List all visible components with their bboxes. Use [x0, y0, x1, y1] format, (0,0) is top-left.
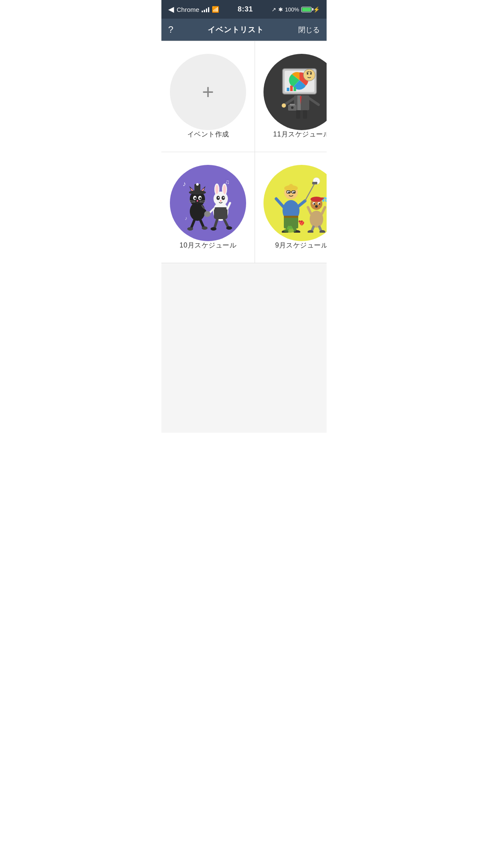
signal-bars	[202, 6, 209, 12]
status-bar: ◀ Chrome 📶 8:31 ↗ ✱ 100% ⚡	[161, 0, 327, 19]
nov-schedule-label: 11月スケジュール	[273, 130, 327, 139]
svg-point-56	[223, 185, 226, 194]
svg-point-102	[315, 205, 318, 208]
svg-point-64	[205, 211, 211, 217]
svg-rect-18	[303, 110, 307, 119]
svg-line-105	[308, 207, 311, 214]
nav-title: イベントリスト	[208, 25, 264, 35]
status-left: ◀ Chrome 📶	[168, 5, 219, 14]
status-time: 8:31	[238, 5, 253, 14]
svg-point-7	[307, 73, 308, 75]
nov-character-svg	[272, 62, 327, 122]
svg-line-14	[285, 98, 294, 105]
help-button[interactable]: ?	[168, 24, 173, 35]
empty-area	[161, 263, 327, 433]
svg-text:♪: ♪	[185, 215, 187, 221]
bluetooth-icon: ✱	[278, 6, 283, 13]
svg-rect-17	[296, 110, 300, 119]
svg-point-43	[196, 183, 199, 186]
close-button[interactable]: 閉じる	[298, 25, 320, 35]
sep-character-svg: 💦 ❤ 💔	[272, 173, 327, 233]
wifi-icon: 📶	[212, 6, 219, 13]
battery-icon: ⚡	[301, 6, 320, 13]
svg-rect-86	[284, 216, 298, 218]
svg-point-68	[211, 227, 216, 231]
nav-bar: ? イベントリスト 閉じる	[161, 19, 327, 41]
svg-point-36	[197, 200, 198, 202]
svg-text:💔: 💔	[299, 221, 305, 226]
create-event-item[interactable]: + イベント作成	[161, 41, 255, 152]
nov-schedule-item[interactable]: 11月スケジュール	[255, 41, 327, 152]
plus-icon: +	[202, 82, 214, 102]
svg-point-16	[282, 103, 286, 108]
svg-point-6	[303, 69, 315, 81]
nov-circle	[263, 54, 327, 130]
svg-rect-90	[312, 182, 317, 184]
svg-point-20	[291, 106, 294, 109]
create-circle: +	[170, 54, 246, 130]
svg-rect-62	[214, 207, 227, 219]
svg-point-34	[194, 198, 197, 200]
sep-schedule-label: 9月スケジュール	[275, 241, 327, 250]
svg-text:♪: ♪	[183, 180, 186, 187]
svg-point-50	[202, 226, 208, 230]
svg-line-88	[298, 201, 305, 206]
svg-line-87	[276, 199, 284, 207]
svg-point-60	[223, 197, 225, 198]
sep-circle: 💦 ❤ 💔	[263, 165, 327, 241]
svg-rect-5	[294, 87, 296, 91]
svg-point-59	[218, 197, 219, 198]
svg-point-76	[289, 184, 293, 188]
event-grid: + イベント作成	[161, 41, 327, 263]
create-event-label: イベント作成	[187, 130, 229, 139]
battery-percent: 100%	[285, 6, 299, 13]
oct-schedule-label: 10月スケジュール	[180, 241, 236, 250]
oct-schedule-item[interactable]: ♪ ♫ ♪ ♪	[161, 152, 255, 263]
oct-character-svg: ♪ ♫ ♪ ♪	[178, 173, 238, 233]
svg-line-65	[227, 203, 230, 209]
svg-point-55	[216, 185, 219, 194]
svg-rect-3	[287, 88, 289, 91]
svg-line-47	[191, 220, 194, 228]
svg-line-15	[309, 98, 319, 105]
svg-line-106	[322, 207, 325, 214]
svg-point-72	[317, 180, 318, 181]
svg-point-35	[200, 198, 202, 200]
sep-schedule-item[interactable]: 💦 ❤ 💔 9月スケジュール	[255, 152, 327, 263]
location-icon: ↗	[272, 6, 276, 13]
status-right: ↗ ✱ 100% ⚡	[272, 6, 320, 13]
svg-point-61	[220, 200, 222, 202]
svg-point-69	[226, 226, 232, 230]
svg-point-49	[187, 227, 193, 231]
svg-point-71	[315, 180, 316, 181]
svg-line-48	[200, 220, 204, 228]
back-icon: ◀	[168, 5, 174, 14]
app-name: Chrome	[177, 6, 199, 13]
svg-rect-21	[290, 104, 295, 106]
lightning-icon: ⚡	[313, 6, 320, 13]
svg-line-66	[214, 219, 217, 228]
svg-point-8	[310, 73, 312, 75]
svg-point-100	[313, 203, 315, 205]
svg-point-101	[319, 203, 320, 205]
oct-circle: ♪ ♫ ♪ ♪	[170, 165, 246, 241]
svg-rect-4	[290, 86, 293, 91]
svg-text:💦: 💦	[322, 197, 327, 202]
